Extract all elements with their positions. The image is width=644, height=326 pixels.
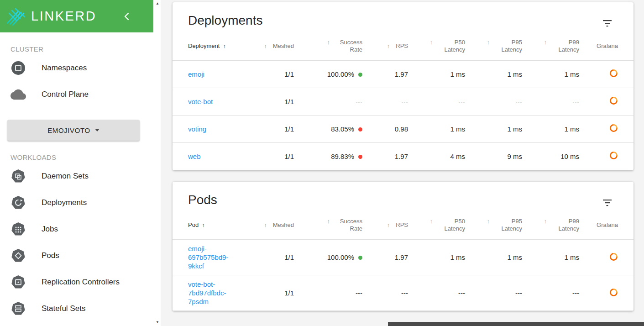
grafana-link[interactable] (609, 151, 618, 160)
column-header-p99-latency[interactable]: P99 Latency (529, 211, 586, 240)
filter-icon[interactable] (601, 18, 613, 30)
table-row: emoji 1/1 100.00% 1.97 1 ms 1 ms 1 ms (173, 60, 634, 88)
p95-latency-cell: --- (472, 88, 529, 115)
table-row: vote-bot-7bd97dfbdc-7psdm 1/1 --- --- --… (173, 275, 634, 311)
horizontal-scrollbar-thumb[interactable] (388, 322, 644, 326)
grafana-link[interactable] (609, 96, 618, 105)
p95-latency-cell: 1 ms (472, 240, 529, 275)
sidebar-item-stateful-sets[interactable]: Stateful Sets (0, 295, 154, 322)
column-header-deployment[interactable]: Deployment (173, 32, 250, 60)
p50-latency-cell: 1 ms (415, 240, 472, 275)
p50-latency-cell: 1 ms (415, 115, 472, 142)
status-dot (358, 127, 362, 131)
sidebar-item-jobs[interactable]: Jobs (0, 216, 154, 242)
sidebar-item-control-plane[interactable]: Control Plane (0, 81, 154, 108)
p99-latency-cell: 1 ms (529, 115, 586, 142)
column-header-meshed[interactable]: Meshed (250, 211, 301, 240)
namespaces-icon (10, 60, 26, 76)
namespace-selector[interactable]: EMOJIVOTO (7, 120, 140, 141)
deployments-table: Deployment Meshed Success Rate RPS P50 L… (173, 32, 634, 170)
success-rate-cell: 100.00% (301, 60, 370, 88)
success-rate-cell: 83.05% (301, 115, 370, 142)
column-header-p95-latency[interactable]: P95 Latency (472, 211, 529, 240)
sidebar-header: LINKERD (0, 0, 153, 32)
sidebar-item-pods[interactable]: Pods (0, 242, 154, 269)
pod-name-link[interactable]: vote-bot-7bd97dfbdc-7psdm (188, 280, 237, 306)
sort-arrow-icon (264, 221, 267, 229)
column-header-p50-latency[interactable]: P50 Latency (415, 211, 472, 240)
column-header-pod[interactable]: Pod (173, 211, 250, 240)
p95-latency-cell: 1 ms (472, 115, 529, 142)
sort-arrow-icon (387, 221, 390, 229)
sidebar: LINKERD CLUSTER Namespaces Control Plane… (0, 0, 154, 326)
p95-latency-cell: --- (472, 275, 529, 311)
grafana-link[interactable] (609, 124, 618, 132)
pods-card: Pods Pod Meshed (173, 182, 634, 311)
rps-cell: --- (370, 275, 415, 311)
grafana-link[interactable] (609, 288, 618, 297)
p99-latency-cell: 10 ms (529, 142, 586, 170)
p50-latency-cell: --- (415, 275, 472, 311)
cloud-icon (10, 87, 26, 102)
rps-cell: 1.97 (370, 60, 415, 88)
p99-latency-cell: --- (529, 275, 586, 311)
rps-cell: 0.98 (370, 115, 415, 142)
linkerd-logo[interactable]: LINKERD (5, 5, 96, 28)
deployments-card: Deployments Deployment Meshed (173, 2, 634, 170)
column-header-rps[interactable]: RPS (370, 211, 415, 240)
sidebar-item-replication-controllers[interactable]: Replication Controllers (0, 269, 154, 295)
column-header-p99-latency[interactable]: P99 Latency (529, 32, 586, 60)
sort-arrow-icon (430, 218, 433, 225)
sort-arrow-icon (223, 42, 226, 50)
filter-icon[interactable] (601, 197, 613, 210)
cluster-section-label: CLUSTER (10, 45, 154, 53)
sidebar-item-daemon-sets[interactable]: Daemon Sets (0, 163, 154, 189)
rps-cell: --- (370, 88, 415, 115)
meshed-cell: 1/1 (250, 142, 301, 170)
sort-arrow-icon (544, 39, 547, 46)
column-header-success-rate[interactable]: Success Rate (301, 32, 370, 60)
daemonsets-icon (10, 168, 26, 184)
sidebar-item-deployments[interactable]: Deployments (0, 189, 154, 216)
deployment-name-link[interactable]: emoji (188, 70, 204, 78)
scroll-up-icon[interactable] (156, 1, 159, 6)
grafana-link[interactable] (609, 69, 618, 78)
scroll-down-icon[interactable] (156, 320, 159, 325)
deployment-name-link[interactable]: web (188, 152, 201, 160)
meshed-cell: 1/1 (250, 275, 301, 311)
p50-latency-cell: 1 ms (415, 60, 472, 88)
p50-latency-cell: --- (415, 88, 472, 115)
linkerd-bird-icon (5, 5, 28, 28)
rps-cell: 1.97 (370, 142, 415, 170)
p95-latency-cell: 1 ms (472, 60, 529, 88)
collapse-sidebar-icon[interactable] (123, 12, 130, 21)
sidebar-item-namespaces[interactable]: Namespaces (0, 55, 154, 81)
column-header-meshed[interactable]: Meshed (250, 32, 301, 60)
sidebar-item-label: Namespaces (42, 63, 87, 73)
sort-arrow-icon (202, 221, 205, 229)
namespace-selector-value: EMOJIVOTO (47, 126, 90, 134)
success-rate-cell: --- (301, 88, 370, 115)
page-title: Deployments (188, 13, 262, 28)
horizontal-scrollbar[interactable] (161, 322, 644, 326)
column-header-rps[interactable]: RPS (370, 32, 415, 60)
sidebar-scrollbar[interactable] (154, 0, 161, 326)
pod-name-link[interactable]: emoji-697b575bd9-9kkcf (188, 244, 237, 270)
meshed-cell: 1/1 (250, 88, 301, 115)
status-dot (358, 73, 362, 77)
column-header-p95-latency[interactable]: P95 Latency (472, 32, 529, 60)
sort-arrow-icon (387, 42, 390, 50)
deployment-name-link[interactable]: voting (188, 125, 206, 133)
p99-latency-cell: 1 ms (529, 240, 586, 275)
column-header-success-rate[interactable]: Success Rate (301, 211, 370, 240)
success-rate-cell: --- (301, 275, 370, 311)
grafana-link[interactable] (609, 252, 618, 261)
deployment-name-link[interactable]: vote-bot (188, 98, 213, 105)
sort-arrow-icon (430, 39, 433, 46)
sort-arrow-icon (544, 218, 547, 225)
column-header-p50-latency[interactable]: P50 Latency (415, 32, 472, 60)
p95-latency-cell: 9 ms (472, 142, 529, 170)
column-header-grafana: Grafana (586, 211, 634, 240)
status-dot (358, 155, 362, 159)
table-row: voting 1/1 83.05% 0.98 1 ms 1 ms 1 ms (173, 115, 634, 142)
